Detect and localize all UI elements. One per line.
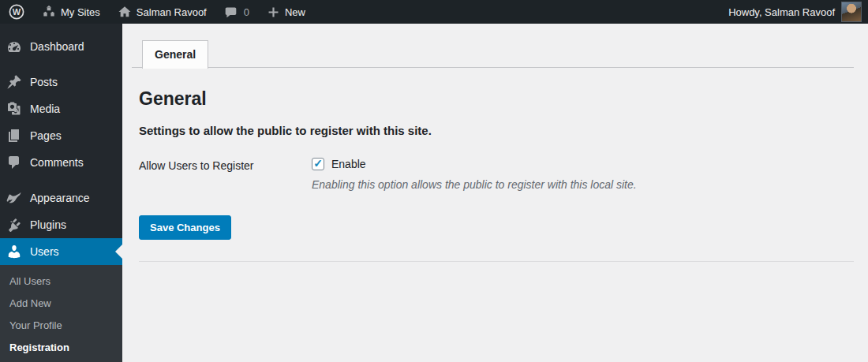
svg-text:W: W — [13, 7, 21, 17]
field-control: Enable Enabling this option allows the p… — [312, 158, 868, 191]
save-changes-button[interactable]: Save Changes — [139, 215, 231, 240]
sidebar-item-label: Dashboard — [30, 40, 84, 53]
sidebar-item-label: Comments — [30, 156, 84, 169]
home-icon — [118, 5, 132, 19]
admin-menu: Dashboard Posts Media Pages Comments App… — [0, 24, 122, 265]
submenu-item-your-profile[interactable]: Your Profile — [0, 315, 122, 337]
field-description: Enabling this option allows the public t… — [312, 178, 868, 191]
site-name-label: Salman Ravoof — [137, 6, 207, 18]
my-sites-menu[interactable]: My Sites — [33, 0, 109, 24]
new-label: New — [285, 6, 305, 18]
section-divider — [139, 261, 854, 262]
sidebar-item-plugins[interactable]: Plugins — [0, 211, 122, 238]
enable-checkbox-row[interactable]: Enable — [312, 158, 868, 170]
comments-count: 0 — [244, 6, 249, 18]
media-icon — [6, 101, 22, 117]
submenu-item-add-new[interactable]: Add New — [0, 293, 122, 315]
page-title: General — [139, 88, 868, 111]
users-submenu: All Users Add New Your Profile Registrat… — [0, 265, 122, 362]
sidebar-item-label: Users — [30, 245, 59, 258]
pushpin-icon — [6, 74, 22, 90]
sidebar-item-users[interactable]: Users — [0, 238, 122, 265]
howdy-label: Howdy, Salman Ravoof — [728, 6, 835, 18]
field-label: Allow Users to Register — [139, 158, 312, 172]
admin-bar: W My Sites Salman Ravoof — [0, 0, 868, 24]
dashboard-icon — [6, 39, 22, 54]
main-content: General General Settings to allow the pu… — [122, 24, 868, 362]
account-menu[interactable]: Howdy, Salman Ravoof — [722, 0, 868, 24]
comments-icon — [6, 155, 22, 170]
enable-checkbox[interactable] — [312, 158, 324, 170]
submenu-item-registration[interactable]: Registration — [0, 337, 122, 359]
comment-bubble-icon — [224, 6, 238, 19]
sidebar-item-dashboard[interactable]: Dashboard — [0, 33, 122, 60]
avatar — [841, 2, 862, 22]
plug-icon — [6, 217, 22, 233]
sidebar-item-media[interactable]: Media — [0, 95, 122, 122]
sidebar-item-label: Plugins — [30, 218, 66, 231]
wordpress-logo-icon: W — [9, 4, 24, 20]
enable-checkbox-label: Enable — [331, 158, 366, 170]
comments-menu[interactable]: 0 — [215, 0, 258, 24]
register-setting-row: Allow Users to Register Enable Enabling … — [139, 158, 868, 191]
menu-separator — [0, 60, 122, 69]
users-icon — [6, 244, 22, 259]
sidebar-item-comments[interactable]: Comments — [0, 149, 122, 176]
site-menu[interactable]: Salman Ravoof — [109, 0, 215, 24]
page-subtitle: Settings to allow the public to register… — [139, 124, 868, 137]
sidebar-item-posts[interactable]: Posts — [0, 69, 122, 95]
admin-sidebar: Dashboard Posts Media Pages Comments App… — [0, 24, 122, 362]
sidebar-item-label: Pages — [30, 129, 62, 142]
paintbrush-icon — [6, 190, 22, 206]
menu-separator — [0, 176, 122, 185]
submenu-item-all-users[interactable]: All Users — [0, 271, 122, 293]
my-sites-label: My Sites — [61, 6, 100, 18]
admin-bar-left: W My Sites Salman Ravoof — [0, 0, 314, 24]
sidebar-item-pages[interactable]: Pages — [0, 122, 122, 149]
plus-icon — [267, 6, 280, 19]
sidebar-item-label: Posts — [30, 76, 58, 88]
active-menu-arrow — [115, 244, 122, 259]
pages-icon — [6, 128, 22, 144]
tab-general[interactable]: General — [142, 40, 208, 69]
sidebar-item-label: Appearance — [30, 192, 90, 204]
tab-bar: General — [132, 39, 854, 68]
wordpress-logo-menu[interactable]: W — [0, 0, 33, 24]
new-menu[interactable]: New — [258, 0, 314, 24]
multisite-icon — [42, 5, 56, 19]
sidebar-item-label: Media — [30, 103, 60, 115]
sidebar-item-appearance[interactable]: Appearance — [0, 185, 122, 211]
